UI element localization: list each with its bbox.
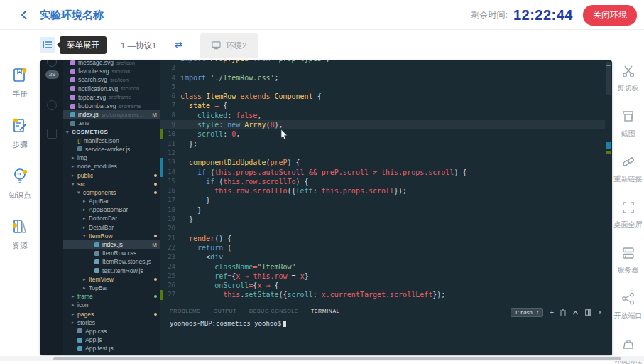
panel-tab-terminal[interactable]: TERMINAL: [311, 309, 339, 314]
line-number: 12: [160, 149, 175, 158]
hscrollbar-thumb[interactable]: [53, 357, 621, 360]
js2-file-icon: [94, 259, 99, 264]
explorer-folder-row[interactable]: ▸pages: [63, 309, 160, 318]
explorer-file-row[interactable]: App.test.js: [63, 344, 160, 353]
explorer-file-row[interactable]: bottombar.svgsrc/frame: [63, 102, 160, 110]
menu-expand-icon: [42, 39, 53, 50]
file-name: COSMETICS: [72, 129, 108, 135]
explorer-folder-row[interactable]: ▸AppBar: [63, 197, 160, 205]
explorer-folder-row[interactable]: ▸icon: [63, 301, 160, 309]
sidebar-item-label: 知识点: [9, 191, 31, 200]
explorer-folder-row[interactable]: ▸node_modules: [63, 162, 160, 171]
sidebar-item-steps-clipboard-icon[interactable]: 步骤: [11, 116, 29, 150]
menu-expand-button[interactable]: [40, 37, 55, 53]
explorer-folder-row[interactable]: ▸DetailBar: [63, 223, 160, 232]
toolbar-item-server-icon[interactable]: 服务器: [618, 246, 639, 275]
close-env-button[interactable]: 关闭环境: [583, 5, 637, 26]
js-file-icon: [77, 338, 82, 343]
explorer-section-header[interactable]: ▸COMMITS: [63, 353, 160, 355]
modified-dot: [154, 278, 157, 281]
line-number: 20: [160, 224, 175, 233]
explorer-folder-row[interactable]: ▸BottomBar: [63, 214, 160, 223]
explorer-file-row[interactable]: message.svgsrc/icon: [63, 60, 160, 67]
terminal-shell-select[interactable]: 1: bash↕: [511, 308, 543, 317]
new-terminal-icon[interactable]: +: [550, 309, 554, 316]
panel-tab-output[interactable]: OUTPUT: [214, 309, 236, 314]
tree-arrow-icon: ▸: [72, 302, 77, 308]
extensions-icon[interactable]: [47, 129, 57, 139]
split-terminal-icon[interactable]: [585, 309, 591, 316]
explorer-folder-row[interactable]: ▸stories: [63, 318, 160, 327]
debug-icon[interactable]: [47, 100, 57, 110]
explorer-section-header[interactable]: ▾COSMETICS: [63, 128, 160, 136]
explorer-folder-row[interactable]: ▸public: [63, 171, 160, 179]
vscode-code-editor[interactable]: 2import PropTypes from 'prop-types';34im…: [160, 60, 605, 306]
explorer-file-row[interactable]: test.ItemRow.js: [63, 267, 160, 275]
tree-arrow-icon: ▸: [83, 207, 89, 213]
code-text: clicked: false,: [175, 111, 261, 120]
explorer-file-row[interactable]: {}manifest.json: [63, 136, 160, 145]
vscode-activity-bar[interactable]: 29: [40, 60, 63, 355]
relink-chain-icon: [621, 155, 635, 172]
tree-arrow-icon: ▸: [72, 155, 77, 161]
tree-arrow-icon: ▸: [83, 225, 89, 230]
tab-env-2[interactable]: 环境2: [200, 33, 258, 58]
gutter-change-mark: [160, 129, 163, 139]
tree-arrow-icon: ▾: [83, 233, 89, 239]
swap-env-icon[interactable]: ⇄: [175, 39, 182, 50]
explorer-file-row[interactable]: search.svgsrc/icon: [63, 75, 160, 84]
explorer-file-row[interactable]: favorite.svgsrc/icon: [63, 67, 160, 75]
svg-file-icon: [70, 95, 75, 100]
line-number: 8: [160, 111, 175, 120]
panel-tab-problems[interactable]: PROBLEMS: [170, 309, 201, 314]
explorer-folder-row[interactable]: ▸img: [63, 154, 160, 162]
explorer-file-row[interactable]: index.jsM: [63, 240, 160, 249]
back-icon[interactable]: [18, 9, 31, 21]
explorer-file-row[interactable]: ItemRow.stories.js: [63, 257, 160, 266]
sidebar-item-manual-book-icon[interactable]: 手册: [11, 65, 29, 100]
sidebar-item-resources-cabinet-icon[interactable]: 资源: [11, 217, 29, 251]
toolbar-item-relink-chain-icon[interactable]: 重新链接: [614, 155, 643, 184]
toolbar-item-open-ports-icon[interactable]: 开放端口: [614, 291, 643, 321]
explorer-file-row[interactable]: App.css: [63, 327, 160, 336]
toolbar-item-label: 截图: [621, 129, 635, 139]
screenshot-icon: [621, 109, 635, 127]
explorer-file-row[interactable]: index.jssrc/components…M: [63, 110, 160, 119]
file-path: src/icon: [110, 77, 129, 83]
file-name: ItemRow: [89, 232, 113, 240]
explorer-file-row[interactable]: notification.svgsrc/icon: [63, 85, 160, 93]
explorer-folder-row[interactable]: ▾ItemRow: [63, 232, 160, 240]
explorer-folder-row[interactable]: ▾src: [63, 180, 160, 188]
code-line: 24 className="ItemRow": [160, 262, 605, 272]
terminal[interactable]: yoohoos-MBP:cosmetics yoohoo$: [170, 320, 286, 327]
panel-tab-debug-console[interactable]: DEBUG CONSOLE: [249, 309, 298, 314]
explorer-folder-row[interactable]: ▸ItemView: [63, 275, 160, 284]
code-line: 18 }: [160, 205, 605, 215]
maximize-panel-icon[interactable]: [572, 311, 579, 315]
horizontal-scrollbar[interactable]: [0, 356, 644, 361]
kill-terminal-icon[interactable]: [560, 309, 566, 316]
file-name: ItemRow.stories.js: [102, 258, 151, 265]
explorer-file-row[interactable]: .env: [63, 119, 160, 127]
editor-scrollbar[interactable]: [605, 60, 612, 306]
sidebar-item-knowledge-bulb-icon[interactable]: 知识点: [9, 166, 31, 200]
explorer-folder-row[interactable]: ▸AppBottomBar: [63, 205, 160, 214]
line-number: 5: [160, 82, 175, 92]
explorer-folder-row[interactable]: ▸TopBar: [63, 284, 160, 292]
explorer-folder-row[interactable]: ▸frame: [63, 292, 160, 301]
scrollbar-thumb[interactable]: [606, 62, 611, 95]
code-line: 10 scroll: 0,: [160, 129, 605, 139]
toolbar-item-fullscreen-icon[interactable]: 桌面全屏: [614, 200, 643, 230]
code-line: 15 if (this.row.scrollTo) {: [160, 177, 605, 186]
vscode-explorer[interactable]: message.svgsrc/iconfavorite.svgsrc/icons…: [63, 60, 160, 355]
toolbar-item-screenshot-icon[interactable]: 截图: [621, 109, 635, 139]
explorer-file-row[interactable]: topbar.svgsrc/frame: [63, 93, 160, 102]
explorer-file-row[interactable]: App.js: [63, 336, 160, 344]
explorer-file-row[interactable]: service-worker.js: [63, 145, 160, 154]
toolbar-item-clipboard-scissors-icon[interactable]: 剪切板: [618, 64, 639, 93]
explorer-file-row[interactable]: ItemRow.css: [63, 249, 160, 257]
remote-desktop-vscode[interactable]: 29 message.svgsrc/iconfavorite.svgsrc/ic…: [40, 60, 612, 355]
cleanup-icon: [621, 337, 635, 354]
explorer-folder-row[interactable]: ▾components: [63, 188, 160, 197]
close-panel-icon[interactable]: ×: [598, 309, 602, 316]
